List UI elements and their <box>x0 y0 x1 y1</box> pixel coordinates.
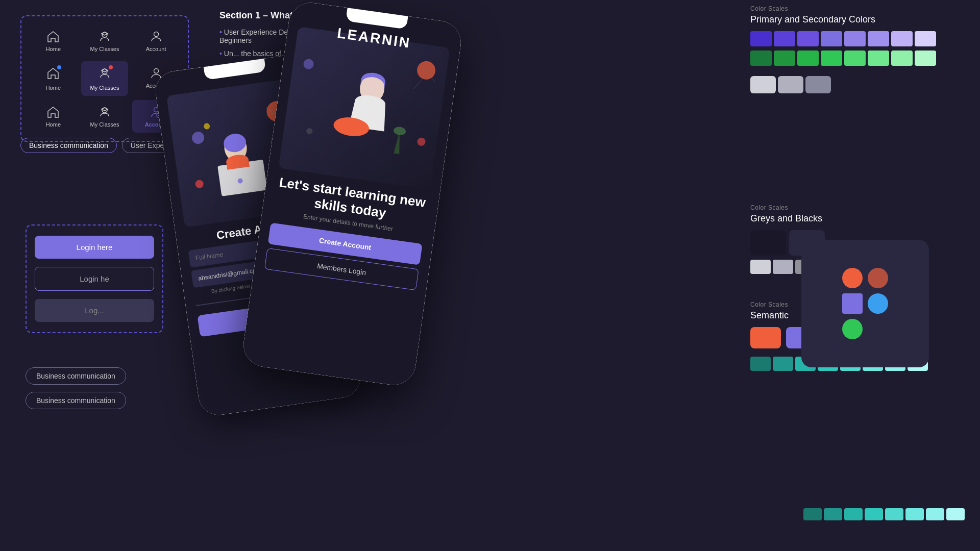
phone-learning: LEARNIN Let's start learning new skills … <box>241 0 464 388</box>
teal-bottom-swatch <box>926 508 944 520</box>
nav-item-home-1[interactable]: Home <box>30 24 77 57</box>
svg-point-1 <box>154 32 158 37</box>
svg-point-12 <box>265 100 288 123</box>
email-input[interactable] <box>191 251 335 288</box>
account-icon <box>149 66 163 81</box>
color-swatch <box>915 31 936 46</box>
nav-item-account-3[interactable]: Account <box>132 100 180 133</box>
login-panel: Login here Login he Log... <box>26 224 163 333</box>
section-item-2: Un... the basics of... <box>219 49 373 58</box>
color-swatch <box>797 31 819 46</box>
figma-icon <box>835 263 896 344</box>
login-button-outline[interactable]: Login he <box>35 267 154 291</box>
color-swatch <box>750 76 776 93</box>
semantic-swatch <box>750 327 781 348</box>
small-gray-swatch <box>750 260 771 274</box>
terms-text: By clicking below you are agreeing to ou… <box>211 273 319 294</box>
nav-item-account-1[interactable]: Account <box>132 24 180 57</box>
phone-notch <box>204 59 266 80</box>
nav-item-label: Home <box>46 121 61 128</box>
bottom-tag-2[interactable]: Business communication <box>26 392 126 409</box>
nav-item-home-2[interactable]: Home <box>30 61 77 96</box>
color-swatch <box>797 51 819 66</box>
svg-point-3 <box>154 69 158 73</box>
nav-item-label: My Classes <box>90 85 119 91</box>
svg-point-25 <box>416 137 426 146</box>
full-name-field[interactable] <box>188 231 333 271</box>
gray-color-row <box>750 76 965 93</box>
svg-rect-11 <box>842 319 863 339</box>
svg-point-18 <box>237 178 243 184</box>
svg-point-31 <box>393 126 406 136</box>
color-scales-label: Color Scales <box>750 5 965 12</box>
tag-business-communication[interactable]: Business communication <box>20 138 117 153</box>
having-problems-text[interactable]: Having Problems! <box>248 331 297 344</box>
phone-heading: Let's start learning new skills today <box>273 174 429 227</box>
login-button-gray[interactable]: Log... <box>35 299 154 322</box>
tags-row: Business communication User Experience U… <box>20 138 235 153</box>
color-swatch <box>774 51 795 66</box>
figma-logo-container <box>801 240 929 367</box>
svg-rect-7 <box>842 268 863 288</box>
color-swatch <box>778 76 803 93</box>
color-swatch <box>821 51 842 66</box>
email-field[interactable] <box>191 251 335 291</box>
login-button-primary[interactable]: Login here <box>35 236 154 259</box>
svg-point-29 <box>358 72 386 104</box>
nav-panel: Home My Classes Account Home <box>20 15 189 142</box>
nav-item-label: Account <box>146 83 166 89</box>
small-gray-swatch <box>773 260 793 274</box>
color-scales-heading: Primary and Secondary Colors <box>750 14 965 25</box>
nav-item-home-3[interactable]: Home <box>30 100 77 133</box>
nav-item-classes-3[interactable]: My Classes <box>81 100 129 133</box>
dot-indicator <box>57 65 61 69</box>
teal-bottom-swatch <box>844 508 863 520</box>
nav-item-account-2[interactable]: Account <box>132 61 180 96</box>
svg-rect-8 <box>868 268 888 288</box>
lets-start-btn[interactable]: Let's Start <box>198 296 342 337</box>
svg-point-23 <box>416 60 437 81</box>
create-account-title: Create Account <box>215 218 299 242</box>
svg-line-28 <box>413 74 426 90</box>
nav-item-label: My Classes <box>90 46 119 52</box>
svg-point-10 <box>868 293 888 314</box>
bottom-tag-1[interactable]: Business communication <box>26 367 126 385</box>
svg-line-15 <box>266 105 289 128</box>
nav-item-label: Home <box>46 46 61 52</box>
color-swatch <box>750 31 772 46</box>
svg-point-14 <box>195 180 204 189</box>
full-name-input[interactable] <box>188 231 332 268</box>
section-panel: Section 1 – What is Usability User Exper… <box>219 10 373 58</box>
color-scales-panel: Color Scales Primary and Secondary Color… <box>750 5 965 95</box>
svg-point-5 <box>154 108 158 112</box>
nav-item-label: My Classes <box>90 121 119 128</box>
color-swatch <box>773 357 793 371</box>
nav-item-classes-2[interactable]: My Classes <box>81 61 129 96</box>
svg-rect-9 <box>842 293 863 314</box>
teal-bottom-swatch <box>824 508 842 520</box>
teal-bottom-swatch <box>865 508 883 520</box>
check-icon <box>325 280 338 293</box>
dark-swatch <box>750 230 786 256</box>
nav-item-classes-1[interactable]: My Classes <box>81 24 129 57</box>
teal-bottom-swatch <box>946 508 965 520</box>
home-icon <box>46 30 60 44</box>
members-login-btn[interactable]: Members Login <box>264 248 419 290</box>
phone-subtext: Enter your details to move further <box>303 213 394 233</box>
divider <box>196 287 322 306</box>
green-color-row <box>750 51 965 66</box>
color-swatch <box>805 76 831 93</box>
tag-user-extra[interactable]: User... <box>197 138 235 153</box>
create-account-btn[interactable]: Create Account <box>268 223 423 265</box>
tag-user-experience[interactable]: User Experience <box>122 138 192 153</box>
teal-bottom-swatch <box>885 508 903 520</box>
svg-rect-21 <box>270 136 287 149</box>
grays-blacks-heading: Greys and Blacks <box>750 213 965 224</box>
color-swatch <box>750 51 772 66</box>
home-icon <box>46 105 60 119</box>
teal-bottom-row <box>803 508 965 520</box>
front-illustration-svg <box>280 37 448 179</box>
svg-rect-17 <box>217 160 267 196</box>
color-swatch <box>868 31 889 46</box>
color-swatch <box>915 51 936 66</box>
